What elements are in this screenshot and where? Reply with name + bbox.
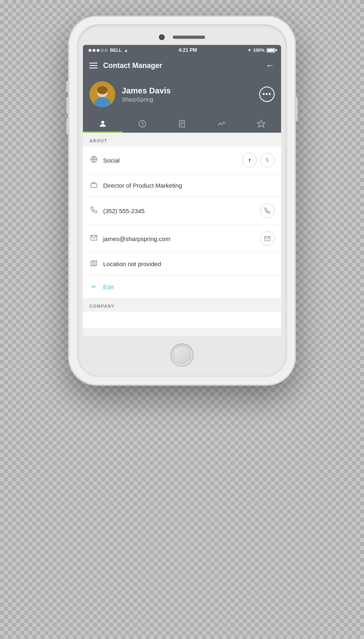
- phone-device: BELL ▲ 4:21 PM ✦ 100%: [69, 16, 295, 385]
- signal-dots: [89, 49, 108, 52]
- phone-inner-frame: BELL ▲ 4:21 PM ✦ 100%: [77, 24, 287, 377]
- tab-person[interactable]: [83, 114, 123, 131]
- contact-company: SharpSpring: [122, 96, 253, 103]
- signal-dot-3: [97, 49, 99, 52]
- svg-point-3: [97, 86, 108, 94]
- signal-dot-5: [105, 49, 108, 52]
- hamburger-line-3: [89, 68, 97, 68]
- hamburger-line-2: [89, 65, 97, 66]
- signal-dot-2: [93, 49, 95, 52]
- map-icon: [89, 260, 98, 269]
- contact-name-area: James Davis SharpSpring: [122, 86, 253, 103]
- home-button-inner: [173, 346, 191, 364]
- mute-button: [66, 81, 68, 92]
- battery-percent: 100%: [253, 48, 265, 53]
- twitter-button[interactable]: 𝕏: [260, 153, 275, 167]
- phone-bottom: [83, 336, 281, 371]
- phone-top-hardware: [83, 30, 281, 45]
- menu-button[interactable]: [89, 63, 97, 68]
- location-text: Location not provided: [103, 260, 275, 267]
- send-email-button[interactable]: [260, 231, 275, 246]
- home-button[interactable]: [170, 343, 194, 367]
- earpiece-speaker: [173, 36, 205, 39]
- status-bar: BELL ▲ 4:21 PM ✦ 100%: [83, 45, 281, 55]
- edit-row[interactable]: ✏ Edit: [83, 275, 281, 298]
- bluetooth-icon: ✦: [248, 48, 251, 53]
- power-button: [296, 97, 298, 121]
- about-card: Social f 𝕏: [83, 146, 281, 298]
- email-icon: [89, 234, 98, 243]
- company-section: COMPANY: [83, 298, 281, 336]
- more-options-button[interactable]: •••: [259, 87, 275, 102]
- email-text: james@sharpspring.com: [103, 235, 255, 242]
- job-title-row: Director of Product Marketing: [83, 174, 281, 197]
- email-actions: [260, 231, 275, 246]
- signal-dot-1: [89, 49, 91, 52]
- app-title: Contact Manager: [103, 61, 162, 70]
- clock-icon: [138, 119, 147, 128]
- content-area: ABOUT Social: [83, 133, 281, 336]
- tab-history[interactable]: [123, 114, 162, 131]
- company-row: [83, 312, 281, 328]
- call-button[interactable]: [260, 203, 275, 218]
- company-card: [83, 312, 281, 328]
- location-row: Location not provided: [83, 253, 281, 275]
- edit-icon: ✏: [89, 284, 98, 290]
- avatar-svg: [89, 81, 115, 107]
- power-btn: [296, 97, 298, 121]
- status-time: 4:21 PM: [179, 47, 197, 53]
- volume-buttons: [66, 81, 68, 134]
- avatar: [89, 81, 115, 107]
- volume-down-button: [66, 118, 68, 134]
- battery-icon: [267, 48, 275, 53]
- phone-text: (352) 555-2345: [103, 207, 255, 214]
- person-icon: [98, 119, 107, 128]
- phone-screen: BELL ▲ 4:21 PM ✦ 100%: [83, 45, 281, 336]
- phone-row: (352) 555-2345: [83, 197, 281, 225]
- social-label: Social: [103, 157, 237, 164]
- about-section-label: ABOUT: [83, 133, 281, 146]
- phone-icon: [89, 206, 98, 215]
- job-title-text: Director of Product Marketing: [103, 182, 275, 189]
- svg-marker-10: [258, 120, 265, 127]
- tab-documents[interactable]: [162, 114, 202, 131]
- social-row: Social f 𝕏: [83, 146, 281, 174]
- tab-analytics[interactable]: [202, 114, 241, 131]
- company-section-label: COMPANY: [83, 298, 281, 312]
- back-button[interactable]: ←: [266, 60, 275, 71]
- avatar-image: [89, 81, 115, 107]
- social-actions: f 𝕏: [242, 153, 275, 167]
- hamburger-line-1: [89, 63, 97, 63]
- star-icon: [257, 119, 266, 128]
- signal-dot-4: [101, 49, 104, 52]
- header-left: Contact Manager: [89, 61, 162, 70]
- battery-fill: [267, 49, 275, 52]
- front-camera: [159, 34, 165, 40]
- status-right: ✦ 100%: [248, 48, 275, 53]
- wifi-icon: ▲: [124, 48, 128, 53]
- svg-rect-13: [91, 184, 97, 188]
- email-row: james@sharpspring.com: [83, 225, 281, 253]
- tab-bar: [83, 114, 281, 133]
- carrier-name: BELL: [110, 48, 122, 53]
- svg-point-4: [101, 121, 104, 124]
- tab-starred[interactable]: [241, 114, 281, 131]
- svg-marker-17: [91, 260, 97, 266]
- facebook-button[interactable]: f: [242, 153, 257, 167]
- phone-actions: [260, 203, 275, 218]
- document-icon: [178, 119, 186, 128]
- edit-button[interactable]: Edit: [103, 284, 114, 290]
- status-left: BELL ▲: [89, 48, 128, 53]
- volume-up-button: [66, 97, 68, 113]
- briefcase-icon: [89, 181, 98, 190]
- chart-icon: [217, 119, 226, 128]
- app-header: Contact Manager ←: [83, 55, 281, 76]
- contact-hero: James Davis SharpSpring •••: [83, 76, 281, 114]
- globe-icon: [89, 156, 98, 165]
- contact-name: James Davis: [122, 86, 253, 95]
